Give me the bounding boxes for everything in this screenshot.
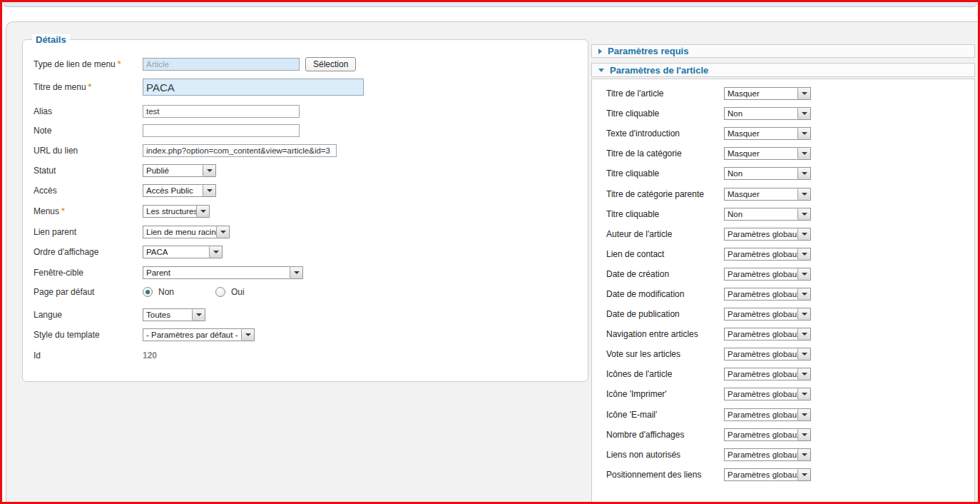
menu-title-label: Titre de menu* [34,82,143,92]
type-link-input[interactable] [143,58,300,71]
parameter-row: Positionnement des liens Paramètres glob… [592,465,974,485]
dropdown-arrow-icon [797,108,810,119]
parameter-row: Vote sur les articles Paramètres globaux [592,344,974,364]
parameter-row: Titre cliquable Non [592,163,974,183]
id-label: Id [34,351,143,361]
panel-header-parametres-article[interactable]: Paramètres de l'article [591,63,975,77]
parameter-row: Titre cliquable Non [592,104,974,124]
menus-select[interactable]: Les structures [143,205,210,218]
parameter-row: Nombre d'affichages Paramètres globaux [592,425,974,445]
parameter-label: Titre cliquable [606,209,724,219]
note-label: Note [34,126,143,136]
parameter-select[interactable]: Non [724,167,811,180]
menu-title-input[interactable] [143,79,364,96]
note-input[interactable] [143,124,300,137]
parameter-select[interactable]: Paramètres globaux [724,228,811,241]
toolbar-bottom-strip [3,2,977,7]
url-input[interactable] [143,144,337,157]
parameter-label: Navigation entre articles [606,329,724,339]
parameters-pane: Paramètres requis Paramètres de l'articl… [591,44,975,502]
access-select[interactable]: Accès Public [143,184,216,197]
selection-button[interactable]: Sélection [305,57,356,71]
field-row-access: Accès Accès Public [34,183,582,198]
panel-header-parametres-requis[interactable]: Paramètres requis [591,44,975,58]
field-row-title: Titre de menu* [34,79,582,96]
menus-label: Menus* [34,206,143,216]
dropdown-arrow-icon [290,267,302,278]
parameter-label: Date de création [606,269,724,279]
dropdown-arrow-icon [797,208,810,220]
dropdown-arrow-icon [209,246,222,258]
parameter-row: Auteur de l'article Paramètres globaux [592,224,974,244]
parameter-label: Date de publication [606,309,724,319]
parameter-select[interactable]: Paramètres globaux [724,428,811,441]
parameter-row: Date de modification Paramètres globaux [592,284,974,304]
dropdown-arrow-icon [797,368,810,380]
parameter-select[interactable]: Non [724,208,811,221]
dropdown-arrow-icon [203,165,215,176]
parameter-select[interactable]: Masquer [724,147,811,160]
parameter-select[interactable]: Paramètres globaux [724,288,811,301]
dropdown-arrow-icon [797,268,810,280]
template-style-label: Style du template [34,330,143,340]
parameter-select[interactable]: Paramètres globaux [724,328,811,341]
expanded-arrow-icon [598,69,604,72]
parameter-label: Auteur de l'article [606,229,724,239]
parameter-select[interactable]: Paramètres globaux [724,388,811,400]
parameter-select[interactable]: Paramètres globaux [724,308,811,321]
field-row-language: Langue Toutes [34,308,582,322]
parent-link-label: Lien parent [34,227,143,237]
parameter-select[interactable]: Masquer [724,127,811,140]
radio-no[interactable] [143,287,153,297]
template-style-select[interactable]: - Paramètres par défaut - [143,328,255,341]
dropdown-arrow-icon [797,188,810,200]
parameter-select[interactable]: Paramètres globaux [724,408,811,421]
order-label: Ordre d'affichage [34,247,143,257]
parameter-label: Titre de catégorie parente [606,189,724,199]
field-row-target: Fenêtre-cible Parent [34,266,582,280]
status-label: Statut [34,166,143,176]
target-window-label: Fenêtre-cible [34,268,143,278]
parameter-select[interactable]: Masquer [724,188,811,201]
parameter-select[interactable]: Paramètres globaux [724,368,811,380]
target-window-select[interactable]: Parent [143,266,303,279]
details-legend: Détails [32,34,70,45]
parameter-row: Lien de contact Paramètres globaux [592,244,974,264]
alias-input[interactable] [143,105,300,118]
default-page-label: Page par défaut [34,287,143,297]
details-fieldset: Détails Type de lien de menu* Sélection … [22,39,588,382]
dropdown-arrow-icon [203,185,215,196]
parameter-row: Titre de catégorie parente Masquer [592,183,974,203]
parameter-row: Navigation entre articles Paramètres glo… [592,324,974,344]
field-row-id: Id 120 [34,348,582,363]
language-select[interactable]: Toutes [143,308,205,321]
parameter-select[interactable]: Paramètres globaux [724,448,811,461]
status-select[interactable]: Publié [143,164,216,177]
dropdown-arrow-icon [196,206,209,217]
type-link-label: Type de lien de menu* [34,59,143,69]
access-label: Accès [34,186,143,196]
parameter-row: Icônes de l'article Paramètres globaux [592,364,974,384]
parameter-row: Date de création Paramètres globaux [592,264,974,284]
radio-yes[interactable] [215,287,225,297]
parameter-select[interactable]: Masquer [724,87,811,100]
field-row-alias: Alias [34,104,582,119]
parameter-select[interactable]: Paramètres globaux [724,248,811,261]
parameter-select[interactable]: Paramètres globaux [724,268,811,281]
parameter-select[interactable]: Paramètres globaux [724,468,811,481]
language-label: Langue [34,310,143,320]
parent-link-select[interactable]: Lien de menu racine [143,226,230,238]
dropdown-arrow-icon [797,168,810,179]
order-select[interactable]: PACA [143,246,223,258]
field-row-status: Statut Publié [34,163,582,178]
dropdown-arrow-icon [241,329,254,341]
dropdown-arrow-icon [797,88,810,99]
dropdown-arrow-icon [797,288,810,300]
dropdown-arrow-icon [797,449,810,460]
parameter-select[interactable]: Non [724,107,811,120]
parameter-select[interactable]: Paramètres globaux [724,348,811,361]
radio-no-label: Non [158,287,174,297]
article-parameters-body: Titre de l'article Masquer Titre cliquab… [591,79,975,502]
required-star: * [118,59,121,69]
collapsed-arrow-icon [598,49,602,54]
